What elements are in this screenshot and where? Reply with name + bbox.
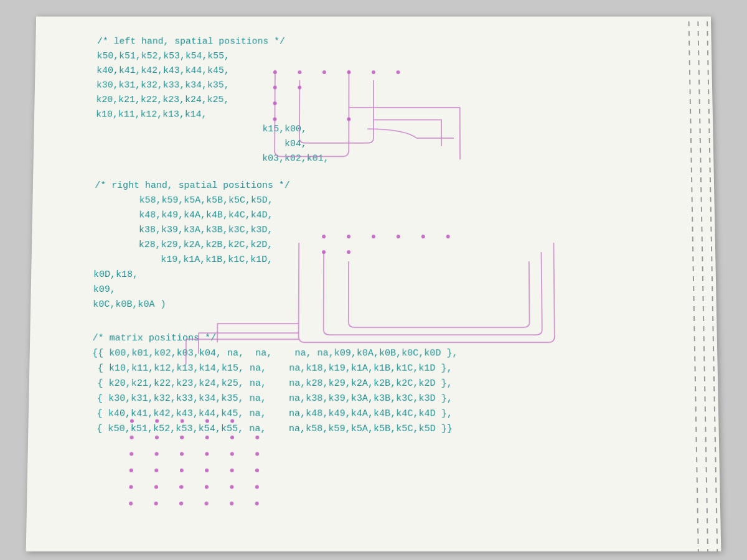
svg-point-32: [180, 452, 184, 455]
right-hand-code: k58,k59,k5A,k5B,k5C,k5D, k48,k49,k4A,k4B…: [93, 194, 667, 312]
left-hand-comment: /* left hand, spatial positions */: [97, 35, 662, 49]
svg-point-36: [129, 469, 133, 472]
svg-point-50: [179, 502, 183, 505]
svg-point-47: [255, 485, 259, 489]
svg-point-38: [180, 469, 184, 472]
matrix-code: {{ k00,k01,k02,k03,k04, na, na, na, na,k…: [91, 346, 669, 437]
svg-point-52: [230, 502, 233, 505]
svg-point-41: [255, 469, 259, 472]
right-hand-section: /* right hand, spatial positions */ k58,…: [93, 179, 667, 312]
svg-point-49: [154, 502, 158, 505]
matrix-comment: /* matrix positions */: [92, 331, 667, 346]
dashed-border: [662, 17, 721, 552]
left-hand-code: k50,k51,k52,k53,k54,k55, k40,k41,k42,k43…: [95, 49, 664, 166]
svg-point-34: [230, 452, 234, 455]
svg-point-45: [205, 485, 209, 489]
svg-point-33: [205, 452, 209, 455]
svg-point-43: [154, 485, 158, 489]
svg-point-48: [129, 502, 133, 505]
svg-point-53: [255, 502, 259, 505]
svg-point-40: [230, 469, 234, 472]
svg-point-46: [230, 485, 233, 489]
svg-point-30: [129, 452, 133, 455]
svg-point-51: [205, 502, 209, 505]
svg-point-42: [129, 485, 133, 489]
svg-point-44: [179, 485, 183, 489]
svg-point-35: [255, 452, 259, 455]
left-hand-section: /* left hand, spatial positions */ k50,k…: [95, 35, 664, 167]
page: /* left hand, spatial positions */ k50,k…: [26, 17, 721, 552]
matrix-section: /* matrix positions */ {{ k00,k01,k02,k0…: [91, 331, 669, 437]
svg-point-31: [155, 452, 159, 455]
right-hand-comment: /* right hand, spatial positions */: [95, 179, 665, 194]
svg-point-39: [205, 469, 209, 472]
main-content: /* left hand, spatial positions */ k50,k…: [91, 29, 669, 437]
svg-point-37: [154, 469, 158, 472]
